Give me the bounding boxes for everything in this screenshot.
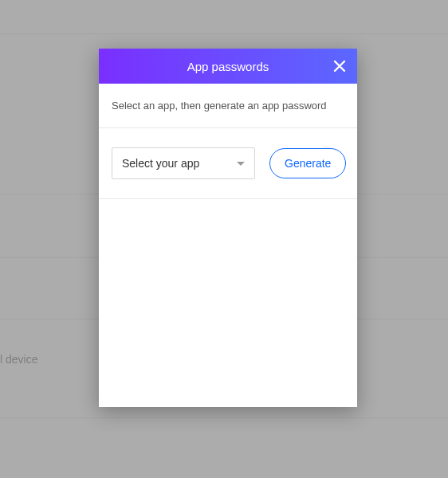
app-passwords-modal: App passwords Select an app, then genera…: [99, 49, 357, 407]
generate-button[interactable]: Generate: [269, 148, 346, 178]
instruction-text: Select an app, then generate an app pass…: [99, 84, 357, 128]
modal-title: App passwords: [187, 60, 269, 73]
controls-row: Select your app Generate: [99, 128, 357, 199]
generate-button-label: Generate: [285, 157, 331, 170]
close-button[interactable]: [328, 55, 351, 77]
modal-header: App passwords: [99, 49, 357, 84]
chevron-down-icon: [237, 162, 245, 166]
close-icon: [333, 60, 346, 72]
app-select-label: Select your app: [122, 157, 199, 170]
app-select[interactable]: Select your app: [112, 147, 255, 179]
